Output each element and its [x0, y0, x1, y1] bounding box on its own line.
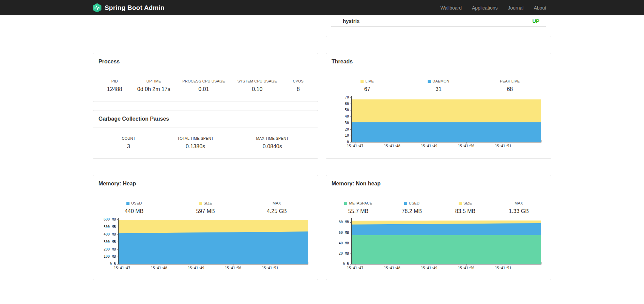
- stat-cpus: CPUS 8: [284, 79, 312, 92]
- svg-text:20: 20: [345, 127, 349, 131]
- nav-link-about[interactable]: About: [528, 5, 551, 11]
- heap-memory-panel: Memory: Heap USED 440 MB SIZE 597 MB MAX…: [93, 175, 318, 280]
- used-legend-swatch: [126, 202, 129, 205]
- svg-text:15:41:47: 15:41:47: [347, 266, 363, 270]
- gc-panel-title: Garbage Collection Pauses: [93, 110, 318, 127]
- live-legend-swatch: [361, 80, 364, 83]
- stat-heap-size: SIZE 597 MB: [170, 201, 241, 214]
- nonheap-panel-title: Memory: Non heap: [326, 175, 551, 192]
- stat-label: USED: [131, 201, 142, 205]
- stat-value: 0.01: [177, 86, 230, 92]
- left-column: Process PID 12488 UPTIME 0d 0h 2m 17s PR…: [93, 15, 318, 280]
- applications-status-panel: hystrix UP: [326, 15, 551, 37]
- svg-text:15:41:51: 15:41:51: [495, 144, 511, 148]
- threads-panel: Threads LIVE 67 DAEMON 31 PEAK LIVE 68: [326, 53, 551, 159]
- stat-threads-live: LIVE 67: [332, 79, 403, 92]
- application-row[interactable]: hystrix UP: [331, 15, 546, 27]
- svg-text:300 MB: 300 MB: [104, 240, 116, 244]
- stat-label: DAEMON: [432, 79, 449, 83]
- chart-area-metaspace: [351, 235, 541, 264]
- size-legend-swatch: [459, 202, 462, 205]
- svg-text:15:41:47: 15:41:47: [347, 144, 363, 148]
- used-legend-swatch: [404, 202, 407, 205]
- brand-link[interactable]: Spring Boot Admin: [93, 3, 165, 13]
- stat-label: MAX TIME SPENT: [232, 136, 313, 140]
- top-navbar: Spring Boot Admin Wallboard Applications…: [0, 0, 644, 15]
- threads-stats: LIVE 67 DAEMON 31 PEAK LIVE 68: [326, 70, 551, 92]
- svg-text:30: 30: [345, 121, 349, 125]
- svg-text:10: 10: [345, 134, 349, 137]
- stat-label: PID: [98, 79, 131, 83]
- stat-value: 0d 0h 2m 17s: [131, 86, 177, 92]
- stat-nonheap-max: MAX 1.33 GB: [492, 201, 546, 214]
- svg-text:200 MB: 200 MB: [104, 247, 116, 251]
- stat-process-cpu: PROCESS CPU USAGE 0.01: [177, 79, 230, 92]
- stat-gc-total-time: TOTAL TIME SPENT 0.1380s: [159, 136, 232, 150]
- stat-label: SIZE: [463, 201, 472, 205]
- application-status-badge: UP: [532, 18, 539, 24]
- svg-text:40: 40: [345, 115, 349, 118]
- stat-label: METASPACE: [349, 201, 372, 205]
- right-column: hystrix UP Threads LIVE 67 DAEMON 31: [326, 15, 551, 280]
- stat-value: 8: [284, 86, 312, 92]
- svg-text:0: 0: [347, 140, 349, 144]
- stat-value: 597 MB: [170, 208, 241, 214]
- stat-label: PROCESS CPU USAGE: [177, 79, 230, 83]
- stat-label: SIZE: [203, 201, 212, 205]
- svg-text:80 MB: 80 MB: [339, 220, 349, 224]
- svg-text:60: 60: [345, 102, 349, 106]
- svg-text:15:41:50: 15:41:50: [458, 266, 474, 270]
- stat-value: 4.25 GB: [241, 208, 312, 214]
- application-name[interactable]: hystrix: [343, 18, 359, 24]
- stat-value: 0.10: [230, 86, 284, 92]
- svg-text:50: 50: [345, 108, 349, 112]
- svg-text:15:41:50: 15:41:50: [225, 266, 241, 270]
- heap-panel-title: Memory: Heap: [93, 175, 318, 192]
- size-legend-swatch: [199, 202, 202, 205]
- stat-label: TOTAL TIME SPENT: [159, 136, 232, 140]
- process-panel-title: Process: [93, 53, 318, 70]
- svg-text:15:41:49: 15:41:49: [188, 266, 204, 270]
- stat-label: UPTIME: [131, 79, 177, 83]
- nav-links: Wallboard Applications Journal About: [435, 5, 551, 11]
- stat-value: 0.1380s: [159, 143, 232, 150]
- stat-value: 12488: [98, 86, 131, 92]
- nav-link-journal[interactable]: Journal: [503, 5, 528, 11]
- svg-text:20 MB: 20 MB: [339, 252, 349, 255]
- svg-text:70: 70: [345, 95, 349, 99]
- stat-gc-count: COUNT 3: [98, 136, 159, 150]
- stat-metaspace: METASPACE 55.7 MB: [332, 201, 385, 214]
- stat-label: COUNT: [98, 136, 159, 140]
- brand-logo-icon: [93, 3, 102, 13]
- nonheap-memory-panel: Memory: Non heap METASPACE 55.7 MB USED …: [326, 175, 551, 280]
- stat-value: 1.33 GB: [492, 208, 546, 214]
- chart-area-daemon: [351, 122, 541, 142]
- stat-heap-max: MAX 4.25 GB: [241, 201, 312, 214]
- svg-text:15:41:48: 15:41:48: [151, 266, 167, 270]
- svg-text:15:41:49: 15:41:49: [421, 266, 437, 270]
- stat-nonheap-used: USED 78.2 MB: [385, 201, 439, 214]
- stat-pid: PID 12488: [98, 79, 131, 92]
- svg-text:60 MB: 60 MB: [339, 231, 349, 234]
- svg-text:100 MB: 100 MB: [104, 255, 116, 258]
- svg-text:15:41:47: 15:41:47: [114, 266, 130, 270]
- stat-nonheap-size: SIZE 83.5 MB: [439, 201, 492, 214]
- stat-label: PEAK LIVE: [500, 79, 520, 83]
- heap-memory-chart: 0 B100 MB200 MB300 MB400 MB500 MB600 MB1…: [103, 216, 318, 272]
- chart-area-used: [118, 231, 308, 264]
- stat-label: MAX: [515, 201, 523, 205]
- process-panel: Process PID 12488 UPTIME 0d 0h 2m 17s PR…: [93, 53, 318, 102]
- nav-link-wallboard[interactable]: Wallboard: [435, 5, 467, 11]
- stat-value: 78.2 MB: [385, 208, 439, 214]
- stat-threads-daemon: DAEMON 31: [403, 79, 474, 92]
- stat-value: 67: [332, 86, 403, 92]
- svg-text:0 B: 0 B: [110, 262, 116, 266]
- svg-text:15:41:48: 15:41:48: [384, 144, 400, 148]
- nav-link-applications[interactable]: Applications: [467, 5, 503, 11]
- stat-threads-peak: PEAK LIVE 68: [474, 79, 546, 92]
- stat-system-cpu: SYSTEM CPU USAGE 0.10: [230, 79, 284, 92]
- gc-stats: COUNT 3 TOTAL TIME SPENT 0.1380s MAX TIM…: [93, 127, 318, 150]
- gc-pauses-panel: Garbage Collection Pauses COUNT 3 TOTAL …: [93, 110, 318, 159]
- brand-title: Spring Boot Admin: [105, 4, 165, 12]
- stat-label: CPUS: [284, 79, 312, 83]
